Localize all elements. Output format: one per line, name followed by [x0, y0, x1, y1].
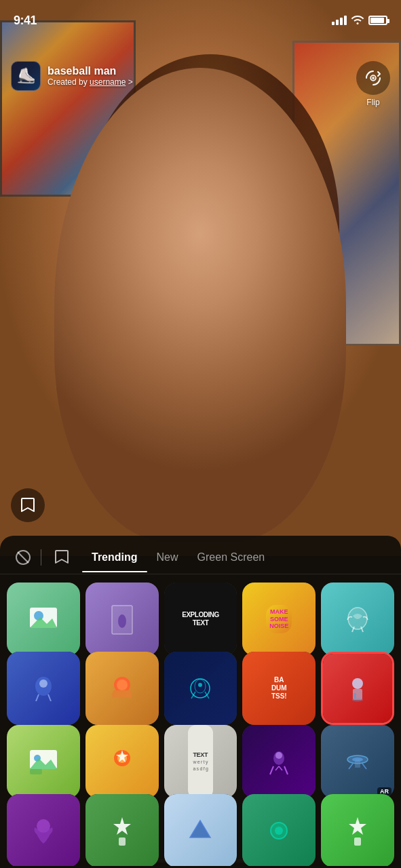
lens-item-20[interactable] [321, 794, 394, 866]
svg-point-8 [118, 614, 126, 628]
lens-item-10[interactable] [321, 652, 394, 725]
wifi-icon [351, 14, 364, 27]
lens-item-3[interactable]: EXPLODINGTEXT [164, 583, 237, 656]
svg-marker-50 [349, 817, 366, 835]
svg-point-20 [198, 683, 202, 687]
saved-tab-button[interactable] [50, 545, 74, 570]
tab-new[interactable]: New [147, 547, 188, 568]
svg-line-36 [284, 766, 288, 774]
lens-item-2[interactable] [85, 583, 159, 656]
flip-camera-button[interactable]: Flip [356, 61, 390, 107]
svg-point-49 [275, 827, 283, 835]
person-face [54, 68, 346, 542]
svg-marker-47 [190, 821, 210, 837]
lens-info[interactable]: ⛸️ baseball man Created by username > [11, 61, 133, 91]
svg-rect-46 [119, 837, 126, 846]
lens-item-17[interactable] [85, 794, 159, 866]
svg-point-13 [39, 679, 47, 688]
lens-item-1[interactable] [7, 583, 80, 656]
svg-rect-51 [354, 837, 361, 846]
lens-item-4[interactable]: MAKESOMENOISE [242, 583, 316, 656]
battery-icon [368, 16, 387, 25]
status-bar: 9:41 [0, 0, 401, 34]
svg-line-42 [349, 764, 353, 769]
lens-item-16[interactable] [7, 794, 80, 866]
svg-line-43 [362, 764, 366, 769]
svg-point-23 [352, 678, 363, 689]
lens-creator: Created by username > [47, 77, 133, 87]
svg-line-3 [18, 552, 28, 563]
lens-name: baseball man [47, 65, 133, 77]
lens-item-5[interactable] [321, 583, 394, 656]
svg-line-38 [279, 766, 282, 770]
lenses-grid: EXPLODINGTEXTMAKESOMENOISEBADUMTSS!TEXTw… [0, 574, 401, 866]
lens-item-19[interactable] [242, 794, 316, 866]
svg-line-15 [48, 694, 51, 701]
svg-line-14 [36, 694, 39, 701]
svg-marker-45 [113, 817, 131, 835]
svg-line-37 [275, 766, 279, 770]
tab-trending[interactable]: Trending [82, 547, 147, 568]
svg-point-25 [352, 698, 363, 701]
lens-item-7[interactable] [85, 652, 159, 725]
tabs-row: Trending New Green Screen [0, 536, 401, 574]
lens-item-15[interactable]: AR [321, 725, 394, 798]
lens-details: baseball man Created by username > [47, 65, 133, 87]
bottom-panel: Trending New Green Screen EXPLODINGTEXTM… [0, 536, 401, 868]
status-icons [332, 14, 387, 27]
lens-item-6[interactable] [7, 652, 80, 725]
block-icon-button[interactable] [11, 545, 35, 570]
lens-item-13[interactable]: TEXTw e r t ya s d f g [164, 725, 237, 798]
svg-rect-41 [355, 760, 360, 768]
svg-point-17 [117, 679, 128, 690]
svg-point-1 [373, 77, 375, 79]
lens-item-9[interactable]: BADUMTSS! [242, 652, 316, 725]
svg-line-35 [270, 766, 273, 774]
svg-rect-26 [354, 693, 356, 698]
flip-label: Flip [366, 98, 379, 107]
bookmark-button[interactable] [11, 488, 45, 522]
svg-point-34 [275, 752, 282, 759]
lens-item-12[interactable] [85, 725, 159, 798]
lens-item-11[interactable] [7, 725, 80, 798]
tab-divider [41, 549, 41, 566]
svg-rect-28 [30, 769, 42, 774]
lens-thumbnail: ⛸️ [11, 61, 41, 91]
signal-bars-icon [332, 16, 347, 25]
tab-green-screen[interactable]: Green Screen [188, 547, 275, 568]
lens-item-14[interactable] [242, 725, 316, 798]
lens-item-18[interactable] [164, 794, 237, 866]
lens-item-8[interactable] [164, 652, 237, 725]
status-time: 9:41 [14, 14, 37, 28]
